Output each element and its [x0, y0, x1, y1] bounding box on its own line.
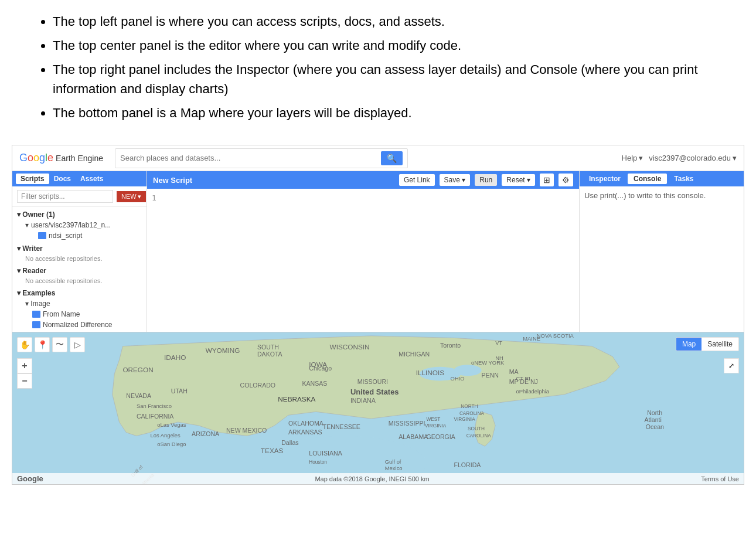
- svg-text:ARKANSAS: ARKANSAS: [288, 429, 322, 436]
- examples-header[interactable]: ▾ Examples: [12, 288, 147, 298]
- svg-text:KANSAS: KANSAS: [302, 380, 327, 387]
- svg-text:Toronto: Toronto: [440, 342, 461, 349]
- svg-text:Gulf of: Gulf of: [385, 458, 401, 465]
- svg-text:ALABAMA: ALABAMA: [399, 433, 428, 440]
- bullet-1: The top left panel is where you can acce…: [53, 12, 721, 31]
- svg-text:oPhiladelphia: oPhiladelphia: [516, 388, 549, 395]
- svg-text:TEXAS: TEXAS: [261, 447, 284, 454]
- code-area: 1: [147, 189, 579, 332]
- search-input[interactable]: [120, 154, 381, 162]
- draw-line-button[interactable]: 〜: [52, 337, 67, 352]
- writer-header[interactable]: ▾ Writer: [12, 243, 147, 254]
- terms-of-use-link[interactable]: Terms of Use: [701, 475, 739, 482]
- save-button[interactable]: Save ▾: [440, 174, 471, 186]
- writer-empty: No accessible repositories.: [12, 254, 147, 263]
- svg-text:Los Angeles: Los Angeles: [150, 432, 181, 438]
- map-svg: OREGON IDAHO WYOMING SOUTH DAKOTA WISCON…: [12, 332, 744, 484]
- svg-text:VIRGINIA: VIRGINIA: [454, 417, 476, 422]
- left-panel: Scripts Docs Assets NEW ▾ ▾ Owner (1) ▾ …: [12, 171, 147, 332]
- tab-inspector[interactable]: Inspector: [583, 174, 626, 184]
- svg-text:Chicago: Chicago: [309, 365, 332, 372]
- polygon-tool-button[interactable]: ▷: [70, 337, 85, 352]
- fullscreen-button[interactable]: ⤢: [724, 358, 739, 373]
- svg-text:CAROLINA: CAROLINA: [466, 433, 492, 438]
- bullet-3: The top right panel includes the Inspect…: [53, 60, 721, 98]
- code-content[interactable]: [164, 193, 574, 327]
- settings-icon-button[interactable]: ⚙: [559, 174, 573, 186]
- filter-scripts-input[interactable]: [17, 190, 113, 203]
- tab-tasks[interactable]: Tasks: [668, 174, 699, 184]
- map-type-satellite-button[interactable]: Satellite: [701, 338, 738, 351]
- writer-section: ▾ Writer No accessible repositories.: [12, 243, 147, 263]
- new-script-button[interactable]: NEW ▾: [117, 191, 146, 202]
- right-panel-tabs: Inspector Console Tasks: [580, 171, 744, 186]
- get-link-button[interactable]: Get Link: [399, 174, 435, 186]
- svg-text:oLas Vegas: oLas Vegas: [157, 421, 186, 428]
- owner-repo[interactable]: ▾ users/visc2397/lab12_n...: [12, 220, 147, 230]
- svg-text:MISSISSIPPI: MISSISSIPPI: [389, 420, 425, 427]
- map-type-toggle: Map Satellite: [676, 337, 739, 351]
- svg-text:FLORIDA: FLORIDA: [454, 461, 482, 468]
- svg-text:OKLAHOMA: OKLAHOMA: [288, 420, 324, 427]
- file-icon: [32, 311, 40, 318]
- pin-tool-button[interactable]: 📍: [35, 337, 50, 352]
- google-logo: Google: [19, 152, 53, 164]
- tab-assets[interactable]: Assets: [76, 174, 108, 184]
- center-panel: New Script Get Link Save ▾ Run Reset ▾ ⊞…: [147, 171, 580, 332]
- console-content: Use print(...) to write to this console.: [580, 186, 744, 332]
- svg-text:North: North: [647, 409, 662, 416]
- help-button[interactable]: Help ▾: [622, 154, 643, 162]
- svg-text:NEBRASKA: NEBRASKA: [278, 395, 315, 403]
- svg-text:CAROLINA: CAROLINA: [459, 411, 485, 416]
- svg-text:WYOMING: WYOMING: [206, 346, 240, 354]
- map-attribution: Map data ©2018 Google, INEGI 500 km: [315, 475, 429, 482]
- zoom-out-button[interactable]: −: [17, 373, 32, 389]
- description-section: The top left panel is where you can acce…: [0, 0, 756, 145]
- svg-text:ARIZONA: ARIZONA: [192, 430, 220, 437]
- svg-text:VIRGINIA: VIRGINIA: [425, 423, 447, 429]
- svg-text:MP DE NJ: MP DE NJ: [509, 378, 538, 385]
- svg-text:COLORADO: COLORADO: [240, 382, 276, 389]
- reader-section: ▾ Reader No accessible repositories.: [12, 266, 147, 285]
- reset-button[interactable]: Reset ▾: [502, 174, 535, 186]
- svg-text:MISSOURI: MISSOURI: [357, 378, 388, 385]
- svg-point-5: [454, 365, 482, 376]
- reader-header[interactable]: ▾ Reader: [12, 266, 147, 276]
- left-panel-tabs: Scripts Docs Assets: [12, 171, 147, 186]
- center-toolbar: New Script Get Link Save ▾ Run Reset ▾ ⊞…: [147, 171, 579, 189]
- svg-text:NORTH: NORTH: [461, 404, 478, 410]
- run-button[interactable]: Run: [475, 174, 497, 186]
- example-normalized-difference[interactable]: Normalized Difference: [12, 319, 147, 330]
- search-button[interactable]: 🔍: [381, 151, 403, 165]
- svg-text:Houston: Houston: [309, 460, 327, 465]
- svg-text:DAKOTA: DAKOTA: [257, 351, 283, 358]
- svg-text:GEORGIA: GEORGIA: [426, 433, 455, 440]
- svg-text:MA: MA: [509, 368, 519, 375]
- svg-text:OREGON: OREGON: [122, 366, 153, 373]
- zoom-in-button[interactable]: +: [17, 358, 32, 373]
- tab-docs[interactable]: Docs: [49, 174, 76, 184]
- svg-text:Dallas: Dallas: [281, 439, 298, 446]
- examples-image[interactable]: ▾ Image: [12, 298, 147, 309]
- map-type-map-button[interactable]: Map: [676, 338, 701, 351]
- svg-text:OHIO: OHIO: [451, 375, 465, 382]
- svg-text:IDAHO: IDAHO: [164, 353, 186, 361]
- hand-tool-button[interactable]: ✋: [17, 337, 32, 352]
- script-tree: ▾ Owner (1) ▾ users/visc2397/lab12_n... …: [12, 207, 147, 332]
- svg-text:oSan Diego: oSan Diego: [157, 441, 186, 447]
- line-numbers: 1: [152, 193, 156, 327]
- svg-text:oNEW YORK: oNEW YORK: [471, 359, 505, 366]
- example-from-name[interactable]: From Name: [12, 309, 147, 319]
- svg-text:LOUISIANA: LOUISIANA: [309, 450, 342, 457]
- svg-text:ILLINOIS: ILLINOIS: [416, 369, 445, 376]
- examples-section: ▾ Examples ▾ Image From Name Normalized …: [12, 288, 147, 332]
- svg-text:WEST: WEST: [426, 417, 440, 422]
- ndsi-script[interactable]: ndsi_script: [12, 230, 147, 241]
- user-menu-button[interactable]: visc2397@colorado.edu ▾: [649, 154, 737, 162]
- tab-scripts[interactable]: Scripts: [16, 174, 49, 184]
- tab-console[interactable]: Console: [628, 174, 667, 184]
- bullet-2: The top center panel is the editor where…: [53, 36, 721, 55]
- grid-icon-button[interactable]: ⊞: [540, 174, 554, 186]
- owner-header[interactable]: ▾ Owner (1): [12, 209, 147, 220]
- google-map-logo: Google: [17, 474, 43, 483]
